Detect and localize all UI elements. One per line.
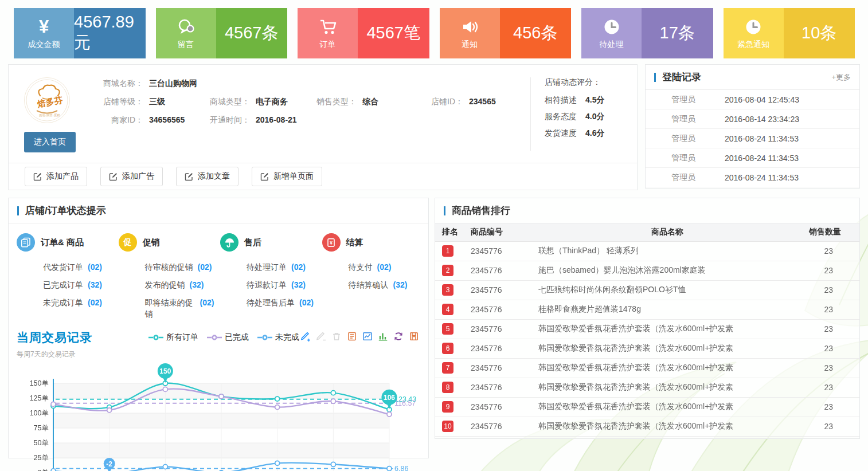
- shop-action-button[interactable]: 添加文章: [176, 167, 238, 186]
- status-item-count: (02): [377, 262, 392, 272]
- shop-field: 商城类型： 电子商务: [204, 97, 311, 107]
- product-code: 2345776: [471, 417, 538, 436]
- stat-card-value: 4567笔: [358, 8, 429, 58]
- rating-item: 服务态度 4.0分: [545, 112, 631, 122]
- weekly-trade-line-chart: 0单25单50单75单100单125单150单周一周二周三周四周五周六周日123…: [17, 359, 423, 471]
- status-item[interactable]: 代发货订单(02): [43, 261, 119, 273]
- product-name[interactable]: 韩国爱敬挚爱香氛花香洗护套装（洗发水600ml+护发素: [538, 378, 796, 397]
- status-item-count: (02): [291, 262, 306, 272]
- ranking-row: 7 2345776 韩国爱敬挚爱香氛花香洗护套装（洗发水600ml+护发素 23: [435, 358, 859, 378]
- status-panel-title: 店铺/订单状态提示: [25, 204, 420, 217]
- status-item-count: (02): [200, 298, 214, 307]
- refresh-icon[interactable]: [393, 331, 404, 342]
- status-item[interactable]: 未完成订单(02): [43, 297, 119, 308]
- stat-card[interactable]: 待处理 17条: [581, 8, 713, 58]
- line-chart-icon[interactable]: [362, 331, 373, 342]
- edit-square-icon: [185, 172, 193, 181]
- shop-action-button[interactable]: 添加广告: [100, 167, 163, 186]
- chart-subtitle: 每周7天的交易记录: [17, 350, 136, 359]
- stat-card[interactable]: 通知 456条: [440, 8, 572, 58]
- legend-marker: [257, 335, 272, 340]
- stat-card-value: 17条: [642, 8, 713, 58]
- login-user: 管理员: [646, 95, 725, 105]
- legend-item[interactable]: 已完成: [207, 332, 249, 343]
- rank-badge: 7: [442, 362, 453, 374]
- edit-remove-icon[interactable]: [316, 331, 326, 342]
- stat-card[interactable]: ¥ 成交金额 4567.89元: [14, 8, 146, 58]
- status-item[interactable]: 待处理售后单(02): [247, 297, 322, 308]
- stat-card[interactable]: 留言 4567条: [156, 8, 288, 58]
- status-item-count: (02): [198, 262, 212, 272]
- legend-item[interactable]: 所有订单: [148, 332, 198, 343]
- status-item[interactable]: 待处理订单(02): [247, 261, 322, 273]
- legend-item[interactable]: 未完成: [257, 332, 299, 343]
- product-name[interactable]: 韩国爱敬挚爱香氛花香洗护套装（洗发水600ml+护发素: [538, 417, 796, 436]
- stat-card[interactable]: 紧急通知 10条: [724, 8, 855, 58]
- status-group: ¥ 结算 待支付(02)待结算确认(32): [322, 233, 424, 326]
- bar-chart-icon[interactable]: [378, 331, 388, 342]
- status-item[interactable]: 待退款订单(32): [247, 279, 322, 291]
- edit-square-icon: [260, 172, 269, 181]
- product-name[interactable]: 韩国爱敬挚爱香氛花香洗护套装（洗发水600ml+护发素: [538, 319, 796, 339]
- shop-action-button[interactable]: 添加产品: [25, 167, 87, 186]
- status-group: 订单& 商品 代发货订单(02)已完成订单(32)未完成订单(02): [17, 233, 119, 326]
- svg-text:50单: 50单: [34, 439, 49, 447]
- stat-card-label: 紧急通知: [737, 40, 769, 50]
- product-name[interactable]: 韩国爱敬挚爱香氛花香洗护套装（洗发水600ml+护发素: [538, 339, 796, 358]
- product-qty: 23: [796, 319, 859, 339]
- weekly-trade-chart-block: 当周交易记录 每周7天的交易记录 所有订单: [9, 326, 428, 471]
- data-view-icon[interactable]: [347, 331, 357, 342]
- status-item[interactable]: 待审核的促销(02): [145, 261, 221, 273]
- status-item-count: (32): [393, 280, 408, 289]
- svg-text:150: 150: [159, 367, 171, 375]
- product-name[interactable]: 七匹狼纯棉时尚休闲条纹翻领POLO衫T恤: [538, 280, 796, 300]
- promo-icon: 促: [119, 233, 137, 252]
- status-item-count: (32): [88, 280, 102, 289]
- svg-text:-2: -2: [106, 460, 112, 468]
- product-name[interactable]: 桂格即食燕麦片超值装1478g: [538, 300, 796, 319]
- login-record-row: 管理员 2016-08-24 11:34:53: [646, 168, 859, 187]
- status-item[interactable]: 即将结束的促销(02): [145, 297, 221, 320]
- save-icon[interactable]: [409, 331, 419, 342]
- edit-square-icon: [109, 172, 118, 181]
- rating-item: 相符描述 4.5分: [545, 95, 631, 105]
- stat-card[interactable]: 订单 4567笔: [298, 8, 429, 58]
- status-group-name: 订单& 商品: [41, 237, 84, 248]
- product-code: 2345776: [471, 280, 538, 300]
- login-user: 管理员: [646, 114, 725, 124]
- status-item[interactable]: 已完成订单(32): [43, 279, 119, 291]
- shop-info-panel: 焙多芬 面包·烘焙·蛋糕 进入首页 商城名称： 三台山购物网: [8, 64, 638, 190]
- chart-title: 当周交易记录: [17, 329, 136, 346]
- status-item[interactable]: 待结算确认(32): [349, 279, 424, 291]
- login-records-panel: 登陆记录 +更多 管理员 2016-08-04 12:45:43 管理员 201…: [645, 64, 860, 189]
- product-name[interactable]: 韩国爱敬挚爱香氛花香洗护套装（洗发水600ml+护发素: [538, 397, 796, 417]
- stat-card-label: 成交金额: [28, 40, 60, 50]
- login-record-row: 管理员 2016-08-14 23:34:23: [646, 109, 859, 129]
- enter-home-button[interactable]: 进入首页: [24, 132, 76, 152]
- svg-text:106: 106: [384, 394, 395, 402]
- edit-add-icon[interactable]: [300, 331, 311, 342]
- product-name[interactable]: 韩国爱敬挚爱香氛花香洗护套装（洗发水600ml+护发素: [538, 358, 796, 378]
- svg-text:0单: 0单: [38, 469, 49, 471]
- trash-icon[interactable]: [331, 331, 342, 342]
- chart-toolbar: [300, 331, 428, 342]
- rating-item: 发货速度 4.6分: [545, 128, 631, 139]
- rank-badge: 9: [442, 401, 453, 413]
- status-item-count: (02): [88, 298, 102, 307]
- shop-field: 开通时间： 2016-08-21: [204, 115, 311, 125]
- status-item[interactable]: 发布的促销(32): [145, 279, 221, 291]
- login-user: 管理员: [646, 172, 725, 183]
- shop-action-button[interactable]: 新增单页面: [252, 167, 322, 186]
- more-link[interactable]: +更多: [831, 72, 851, 83]
- stat-card-value: 456条: [500, 8, 572, 58]
- svg-text:25单: 25单: [34, 454, 49, 462]
- product-qty: 23: [796, 378, 859, 397]
- order-status-panel: 店铺/订单状态提示 订单& 商品 代发货订单(02)已完成订单(32)未完成订单…: [8, 198, 429, 458]
- stat-card-value: 4567条: [216, 8, 288, 58]
- product-name[interactable]: 施巴（sebamed）婴儿泡泡沐浴露200ml家庭装: [538, 261, 796, 280]
- product-name[interactable]: 联想（ThinkPad） 轻薄系列: [538, 241, 796, 261]
- speaker-icon: [459, 15, 480, 39]
- status-item[interactable]: 待支付(02): [349, 261, 424, 273]
- product-ranking-panel: 商品销售排行 排名 商品编号 商品名称 销售数量 1 2345776 联想（Th…: [435, 198, 860, 439]
- edit-square-icon: [33, 172, 42, 181]
